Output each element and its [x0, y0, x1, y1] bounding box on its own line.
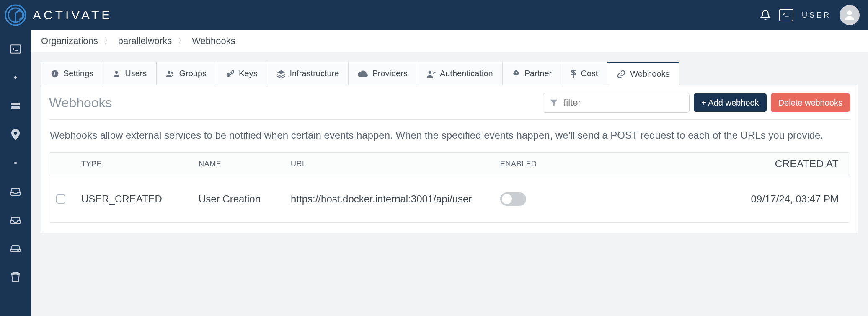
- filter-icon: [549, 98, 558, 107]
- user-icon: [112, 70, 121, 78]
- tab-label: Keys: [239, 69, 257, 78]
- cell-type: USER_CREATED: [81, 193, 199, 205]
- svg-point-10: [54, 71, 55, 72]
- left-nav-rail: [0, 30, 31, 316]
- rail-dot-2[interactable]: [9, 157, 22, 169]
- svg-rect-9: [54, 73, 55, 75]
- tab-label: Partner: [524, 69, 552, 78]
- info-icon: [51, 70, 59, 78]
- link-icon: [617, 70, 626, 79]
- col-created: CREATED AT: [550, 158, 843, 170]
- crumb-org-name[interactable]: parallelworks: [118, 36, 172, 47]
- dollar-icon: [571, 69, 576, 78]
- col-url: URL: [291, 160, 500, 168]
- crumb-organizations[interactable]: Organizations: [41, 36, 98, 47]
- logo-icon: [4, 4, 27, 26]
- auth-icon: [426, 70, 436, 78]
- brand-text: ACTIVATE: [33, 8, 112, 22]
- rail-bucket-icon[interactable]: [9, 271, 22, 283]
- tab-settings[interactable]: Settings: [41, 62, 103, 85]
- add-webhook-button[interactable]: + Add webhook: [694, 93, 766, 112]
- rail-dot-1[interactable]: [9, 71, 22, 84]
- svg-point-16: [515, 72, 517, 73]
- rail-location-icon[interactable]: [9, 128, 22, 141]
- bell-icon[interactable]: [760, 10, 771, 21]
- rail-drive-icon[interactable]: [9, 242, 22, 255]
- tab-authentication[interactable]: Authentication: [417, 62, 502, 85]
- webhooks-table: TYPE NAME URL ENABLED CREATED AT USER_CR…: [49, 152, 850, 223]
- svg-rect-5: [11, 106, 20, 109]
- svg-point-2: [847, 10, 852, 15]
- enabled-toggle[interactable]: [500, 192, 526, 206]
- cloud-icon: [358, 70, 368, 77]
- svg-point-12: [168, 71, 170, 74]
- svg-rect-4: [11, 103, 20, 105]
- rocket-icon: [512, 70, 520, 78]
- webhooks-panel: Webhooks + Add webhook Delete webhooks W…: [41, 85, 858, 233]
- tab-label: Infrastructure: [290, 69, 339, 78]
- svg-point-6: [18, 250, 18, 251]
- org-tabs: Settings Users Groups: [41, 62, 858, 85]
- panel-description: Webhooks allow external services to be n…: [49, 120, 850, 152]
- tab-label: Groups: [179, 69, 207, 78]
- tab-cost[interactable]: Cost: [561, 62, 607, 85]
- filter-input[interactable]: [563, 97, 683, 108]
- row-checkbox[interactable]: [56, 194, 65, 204]
- top-header: ACTIVATE >_ USER: [0, 0, 868, 30]
- rail-inbox-icon-2[interactable]: [9, 214, 22, 226]
- users-icon: [166, 70, 175, 78]
- tab-label: Cost: [581, 69, 598, 78]
- delete-webhooks-button[interactable]: Delete webhooks: [771, 93, 850, 112]
- svg-rect-3: [10, 45, 21, 53]
- tab-label: Settings: [63, 69, 93, 78]
- tab-partner[interactable]: Partner: [502, 62, 561, 85]
- key-icon: [225, 69, 235, 78]
- page-title: Webhooks: [49, 95, 112, 111]
- tab-webhooks[interactable]: Webhooks: [607, 62, 679, 85]
- crumb-current: Webhooks: [192, 36, 235, 47]
- logo[interactable]: ACTIVATE: [4, 4, 112, 26]
- tab-providers[interactable]: Providers: [348, 62, 416, 85]
- user-label[interactable]: USER: [802, 11, 831, 20]
- table-row[interactable]: USER_CREATED User Creation https://host.…: [49, 176, 850, 222]
- tab-label: Webhooks: [630, 69, 669, 79]
- layers-icon: [276, 70, 286, 78]
- tab-label: Providers: [372, 69, 407, 78]
- tab-label: Authentication: [440, 69, 493, 78]
- col-enabled: ENABLED: [500, 160, 550, 168]
- tab-infrastructure[interactable]: Infrastructure: [267, 62, 349, 85]
- tab-users[interactable]: Users: [103, 62, 156, 85]
- svg-point-15: [429, 70, 431, 73]
- chevron-right-icon: 〉: [104, 35, 112, 47]
- rail-inbox-icon-1[interactable]: [9, 185, 22, 198]
- rail-server-icon[interactable]: [9, 100, 22, 112]
- svg-point-11: [115, 71, 118, 74]
- filter-field[interactable]: [543, 93, 690, 113]
- cell-name: User Creation: [199, 193, 291, 205]
- toggle-knob: [502, 194, 512, 204]
- terminal-icon[interactable]: >_: [779, 9, 793, 21]
- avatar[interactable]: [840, 5, 860, 25]
- rail-terminal-icon[interactable]: [9, 43, 22, 55]
- breadcrumb: Organizations 〉 parallelworks 〉 Webhooks: [31, 30, 868, 52]
- chevron-right-icon: 〉: [178, 35, 186, 47]
- svg-point-13: [171, 71, 173, 73]
- col-type: TYPE: [81, 160, 199, 168]
- tab-groups[interactable]: Groups: [156, 62, 216, 85]
- table-header: TYPE NAME URL ENABLED CREATED AT: [49, 153, 850, 176]
- cell-url: https://host.docker.internal:3001/api/us…: [291, 193, 500, 205]
- col-name: NAME: [199, 160, 291, 168]
- tab-keys[interactable]: Keys: [216, 62, 266, 85]
- tab-label: Users: [125, 69, 147, 78]
- cell-created: 09/17/24, 03:47 PM: [550, 193, 843, 205]
